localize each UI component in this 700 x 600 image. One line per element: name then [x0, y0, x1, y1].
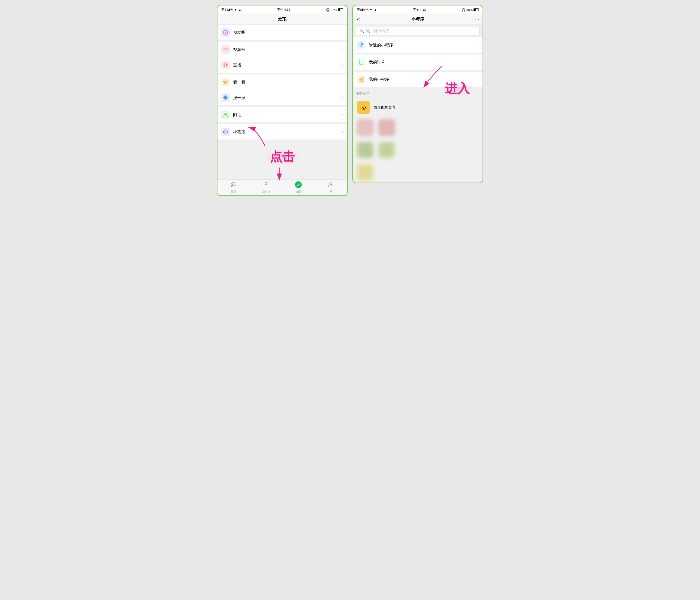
- zhibo-label: 直播: [233, 62, 342, 68]
- menu-item-kanyikan[interactable]: 看一看 ›: [218, 74, 347, 90]
- svg-point-27: [361, 44, 362, 45]
- right-screen: 无SIM卡 ▼ ▲ 下午 4:13 🎧 38% < 小程序 ··· 🔍 🔍 搜索…: [352, 5, 483, 183]
- myorder-label: 我的订单: [369, 59, 477, 65]
- search-placeholder: 🔍 搜索小程序: [366, 29, 389, 33]
- right-nav-more[interactable]: ···: [475, 16, 479, 22]
- recent-section: 最近使用 🐱 微信创意表情: [353, 89, 482, 117]
- left-no-sim: 无SIM卡 ▼: [221, 8, 237, 12]
- recent-label: 最近使用: [353, 89, 482, 97]
- left-nav-bar: 发现: [218, 14, 347, 25]
- left-headphone-icon: 🎧: [326, 8, 330, 12]
- svg-point-1: [225, 32, 226, 33]
- left-screen: 无SIM卡 ▼ ▲ 下午 4:13 🎧 38% 发现: [217, 5, 348, 196]
- mymini-chevron: ›: [477, 77, 479, 81]
- svg-marker-8: [223, 80, 228, 84]
- tab-faxian-icon: [295, 181, 302, 189]
- dianji-annotation: 点击: [264, 148, 300, 165]
- blurred-block-5: [357, 164, 374, 181]
- biaoqing-label: 微信创意表情: [374, 105, 395, 110]
- left-tab-bar: 微信 通讯录: [218, 179, 347, 195]
- pengyouquan-chevron: ›: [342, 30, 343, 34]
- pengyouquan-icon: [221, 28, 230, 37]
- tab-tongxunlu[interactable]: 通讯录: [250, 181, 282, 193]
- right-battery-fill: [474, 9, 475, 11]
- tab-tongxunlu-icon: [263, 181, 269, 189]
- left-time: 下午 4:13: [277, 8, 290, 12]
- menu-item-fujin-mini[interactable]: 附近的小程序 ›: [353, 38, 482, 53]
- menu-item-shipin[interactable]: 视频号 ›: [218, 42, 347, 57]
- left-menu-group-1: 朋友圈 ›: [218, 25, 347, 40]
- right-wifi-icon: ▲: [374, 8, 377, 12]
- left-menu-group-2: 视频号 › 直播 ›: [218, 42, 347, 73]
- left-battery-pct: 38%: [331, 8, 337, 12]
- xiaochengxu-chevron: ›: [342, 130, 343, 134]
- right-status-left: 无SIM卡 ▼ ▲: [357, 8, 377, 12]
- svg-point-23: [295, 182, 302, 188]
- right-nav-title: 小程序: [411, 17, 424, 22]
- tab-wo-label: 我: [329, 190, 332, 193]
- search-bar-container: 🔍 🔍 搜索小程序: [353, 25, 482, 38]
- shipin-label: 视频号: [233, 47, 342, 52]
- myorder-icon: [357, 58, 366, 66]
- zhibo-chevron: ›: [342, 63, 343, 67]
- fujin-mini-icon: [357, 41, 366, 49]
- blurred-row-1: [353, 117, 482, 138]
- kanyikan-chevron: ›: [342, 80, 343, 84]
- tab-wo-icon: [328, 181, 334, 189]
- blurred-block-1: [357, 119, 374, 136]
- recent-item-biaoqing[interactable]: 🐱 微信创意表情: [353, 97, 482, 117]
- left-menu-group-3: 看一看 › 搜一搜 ›: [218, 74, 347, 105]
- right-battery-pct: 38%: [466, 8, 473, 12]
- svg-point-19: [233, 184, 234, 184]
- tab-tongxunlu-label: 通讯录: [262, 190, 270, 193]
- kanyikan-icon: [221, 78, 230, 87]
- mymini-label: 我的小程序: [369, 77, 477, 82]
- tab-wo[interactable]: 我: [315, 181, 347, 193]
- left-menu-group-5: 小程序 ›: [218, 124, 347, 140]
- right-menu-group-3: 我的小程序 ›: [353, 72, 482, 87]
- tab-faxian-label: 发现: [296, 190, 301, 193]
- menu-item-zhibo[interactable]: 直播 ›: [218, 57, 347, 73]
- search-icon: 🔍: [360, 29, 364, 33]
- fujin-label: 附近: [233, 112, 342, 118]
- fujin-chevron: ›: [342, 113, 343, 117]
- tab-weixin-icon: [230, 181, 237, 189]
- tab-faxian[interactable]: 发现: [282, 181, 315, 193]
- right-nav-back[interactable]: <: [357, 17, 360, 22]
- right-menu-group-1: 附近的小程序 ›: [353, 38, 482, 53]
- svg-rect-34: [359, 79, 361, 81]
- kanyikan-label: 看一看: [233, 79, 342, 85]
- tab-weixin[interactable]: 微信: [218, 181, 250, 193]
- xiaochengxu-icon: [221, 127, 230, 136]
- souyisou-label: 搜一搜: [233, 95, 342, 100]
- menu-item-pengyouquan[interactable]: 朋友圈 ›: [218, 25, 347, 40]
- right-headphone-icon: 🎧: [461, 8, 466, 12]
- left-nav-title: 发现: [278, 17, 286, 22]
- svg-point-7: [224, 63, 227, 67]
- blurred-block-4: [378, 142, 395, 158]
- menu-item-xiaochengxu[interactable]: 小程序 ›: [218, 124, 347, 140]
- search-bar[interactable]: 🔍 🔍 搜索小程序: [356, 27, 480, 35]
- tab-weixin-label: 微信: [231, 190, 236, 193]
- svg-point-15: [223, 130, 228, 134]
- right-time: 下午 4:13: [413, 8, 426, 12]
- menu-item-mymini[interactable]: 我的小程序 ›: [353, 72, 482, 87]
- blurred-row-2: [353, 140, 482, 160]
- mymini-icon: [357, 75, 366, 83]
- shipin-chevron: ›: [342, 47, 343, 52]
- svg-point-14: [225, 114, 226, 115]
- left-status-right: 🎧 38%: [326, 8, 343, 12]
- menu-item-myorder[interactable]: 我的订单 ›: [353, 54, 482, 70]
- blurred-block-3: [357, 142, 374, 158]
- blurred-block-2: [378, 119, 395, 136]
- left-phone: 无SIM卡 ▼ ▲ 下午 4:13 🎧 38% 发现: [217, 5, 348, 196]
- left-menu-group-4: 附近 ›: [218, 107, 347, 122]
- right-phone: 无SIM卡 ▼ ▲ 下午 4:13 🎧 38% < 小程序 ··· 🔍 🔍 搜索…: [352, 5, 483, 183]
- menu-item-souyisou[interactable]: 搜一搜 ›: [218, 90, 347, 105]
- shipin-icon: [221, 45, 230, 54]
- fujin-mini-label: 附近的小程序: [369, 42, 477, 48]
- left-battery-fill: [338, 9, 340, 11]
- svg-rect-35: [361, 79, 363, 81]
- menu-item-fujin[interactable]: 附近 ›: [218, 107, 347, 122]
- fujin-icon: [221, 111, 230, 119]
